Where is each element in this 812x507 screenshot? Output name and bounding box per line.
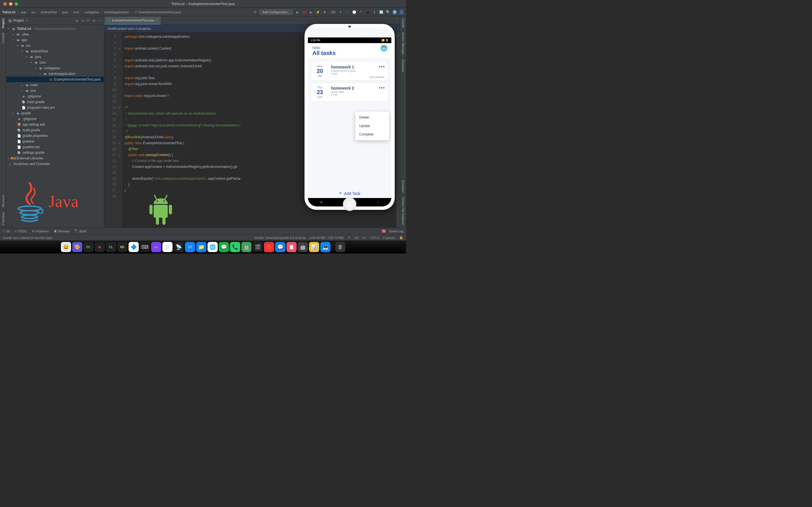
git-rollback-icon[interactable]: ↶ [359,10,363,14]
breadcrumb-item[interactable]: java [62,10,68,14]
dock-wechat-icon[interactable]: 💬 [219,242,229,252]
dock-rider-icon[interactable]: RD [117,242,128,252]
close-tab-icon[interactable]: × [156,18,158,22]
dock-app-icon[interactable]: 📁 [196,242,206,252]
tool-gradle[interactable]: Gradle [402,18,405,28]
dock-intellij-icon[interactable]: IJ [95,242,105,252]
collapse-icon[interactable]: ⇱ [87,18,90,22]
tree-item[interactable]: gradle.properties [22,134,48,138]
tool-file-explorer[interactable]: Device File Explorer [402,197,405,225]
tree-item[interactable]: gradlew.bat [22,145,40,149]
tree-item[interactable]: gradlew [22,139,35,144]
dock-finder-icon[interactable]: 😀 [61,242,71,252]
hide-icon[interactable]: — [98,18,102,22]
tree-item[interactable]: todolistapplication [49,72,75,76]
dock-app-icon[interactable]: 📡 [174,242,184,252]
tool-emulator[interactable]: Emulator [402,180,405,193]
tree-item[interactable]: main [31,83,38,87]
run-config-selector[interactable]: Add Configuration... [259,9,293,15]
dock-app-icon[interactable]: 🔴 [264,242,274,252]
tree-item[interactable]: .idea [21,33,29,36]
phone-home-button[interactable] [343,198,356,211]
dock-pycharm-icon[interactable]: PC [84,242,94,252]
dock-app-icon[interactable]: 🕊 [162,242,172,252]
tool-problems[interactable]: ⊘Problems [32,229,49,233]
debug-icon[interactable]: 🐞 [302,10,306,14]
nav-menu-icon[interactable]: ≡ [320,200,322,204]
dock-chrome-icon[interactable]: 🌐 [207,242,218,252]
zoom-window[interactable] [15,2,18,6]
dock-terminal-icon[interactable]: ⌨ [140,242,150,252]
breadcrumb-item[interactable]: ToDoList [2,10,15,14]
tool-build[interactable]: 🔨Build [74,229,86,233]
tool-git[interactable]: ⑂Git [3,230,10,233]
build-icon[interactable]: ⚒ [253,10,257,14]
avd-icon[interactable]: 📱 [365,10,370,14]
tree-item[interactable]: app [21,38,27,42]
tree-item[interactable]: gradle [21,111,31,115]
stop-icon[interactable]: ■ [322,10,327,14]
add-task-button[interactable]: +Add Task [339,190,360,196]
dock-app-icon[interactable]: 💻 [320,242,331,252]
dropdown-icon[interactable]: ▼ [26,19,28,22]
tool-favorites[interactable]: Favorites [1,212,5,225]
tree-item[interactable]: build.gradle [27,100,45,104]
dock-app-icon[interactable]: 📋 [287,242,297,252]
locate-icon[interactable]: ⊕ [75,18,79,22]
calendar-icon[interactable]: 📅 [380,45,388,52]
tree-item[interactable]: java [35,55,41,59]
sync-icon[interactable]: 🔄 [379,10,384,14]
menu-update[interactable]: Update [355,122,389,130]
project-view-label[interactable]: Project [13,18,24,22]
breadcrumb-item[interactable]: androidTest [41,10,57,14]
dock-app-icon[interactable]: 📊 [309,242,319,252]
breadcrumb-item[interactable]: src [31,10,36,14]
dock-app-icon[interactable]: 🔷 [129,242,139,252]
tree-item-selected[interactable]: ExampleInstrumentedTest.java [54,77,100,81]
settings-icon[interactable]: ⬆ [393,10,397,14]
progress-cancel-icon[interactable]: ✕ [348,236,350,239]
tree-item[interactable]: build.gradle [22,128,40,132]
search-icon[interactable]: 🔍 [386,10,390,14]
profile-icon[interactable]: ⚡ [315,10,320,14]
git-update-icon[interactable]: ⬇ [338,10,343,14]
fold-gutter[interactable]: ⊟⊟⊟⊟ [118,32,122,228]
close-window[interactable] [3,2,7,6]
dock-trash-icon[interactable]: 🗑 [335,242,345,252]
cursor-position[interactable]: 3:8 [354,236,359,239]
dock-vs-icon[interactable]: ∞ [151,242,161,252]
tree-item[interactable]: app-debug.apk [22,122,45,126]
breadcrumb-item[interactable]: com [73,10,79,14]
dock-clion-icon[interactable]: CL [106,242,116,252]
run-icon[interactable]: ▶ [295,10,300,14]
task-list[interactable]: Mon 20 Jun homework 1 hellow world in ja… [308,58,391,207]
tool-todo[interactable]: ≡TODO [15,230,27,233]
menu-complete[interactable]: Complete [355,130,389,138]
dock-app-icon[interactable]: 🎨 [72,242,82,252]
breadcrumb-item[interactable]: codegama [85,10,99,14]
dock-androidstudio-icon[interactable]: 🤖 [298,242,308,252]
encoding[interactable]: UTF-8 [370,236,379,239]
tool-device-manager[interactable]: Device Manager [402,33,405,55]
breadcrumb-item[interactable]: todolistapplication [104,10,129,14]
tool-assistant[interactable]: Assistant [402,59,405,72]
task-menu-icon[interactable]: ••• [378,86,385,91]
tree-item[interactable]: test [31,89,36,93]
tree-item[interactable]: com [40,61,46,64]
sdk-icon[interactable]: ⬇ [372,10,377,14]
dock-app-icon[interactable]: 🤖 [241,242,252,252]
minimize-window[interactable] [9,2,12,6]
indent[interactable]: 4 spaces [383,236,395,239]
nav-back-icon[interactable]: 〈 [375,200,379,205]
gear-icon[interactable]: ⚙ [93,18,96,22]
tool-project[interactable]: Project [1,18,5,28]
breadcrumb-item[interactable]: ExampleInstrumentedTest.java [139,10,181,14]
tree-item[interactable]: androidTest [31,49,48,53]
dock-app-icon[interactable]: ✉ [185,242,195,252]
tool-structure[interactable]: Structure [1,195,5,208]
breadcrumb-item[interactable]: app [21,10,26,14]
dock-app-icon[interactable]: 🎬 [253,242,263,252]
tree-item[interactable]: Scratches and Consoles [13,162,50,166]
inspection-ok-icon[interactable]: ✓ [397,34,400,228]
tree-item[interactable]: proguard-rules.pro [27,106,55,110]
